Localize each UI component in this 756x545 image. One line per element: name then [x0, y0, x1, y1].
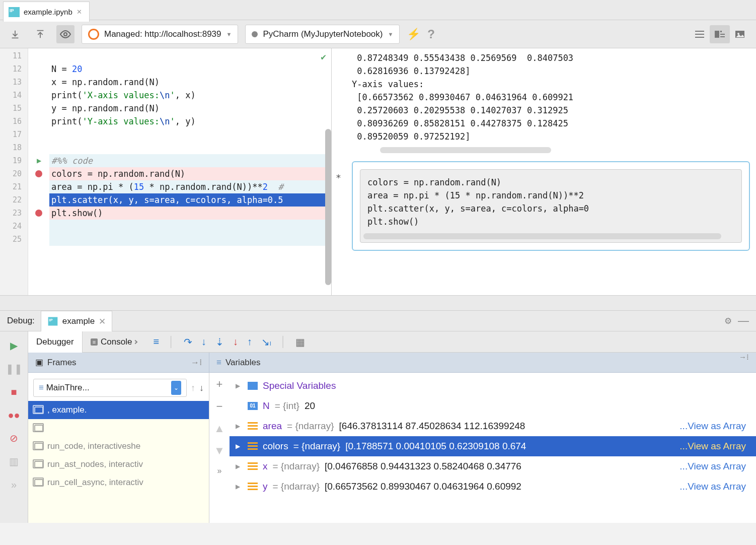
gear-icon[interactable]: ⚙: [724, 316, 732, 326]
pin-icon[interactable]: →⁞: [732, 353, 756, 372]
variable-row[interactable]: ▶area = {ndarray} [646.37813114 87.45028…: [230, 416, 756, 436]
help-button[interactable]: ?: [427, 27, 435, 41]
force-step-into-button[interactable]: ↓: [233, 336, 238, 348]
add-watch-button[interactable]: +: [216, 378, 223, 391]
frames-panel: ≡ MainThre... ⌄ ↑ ↓ , example.run_code, …: [28, 373, 209, 523]
step-over-button[interactable]: ↷: [184, 336, 192, 348]
debug-toolwindow-header: Debug: example ✕ ⚙ —: [0, 310, 756, 331]
output-panel: 0.87248349 0.55543438 0.2569569 0.840750…: [332, 48, 756, 295]
variables-header: ≡ Variables: [209, 353, 268, 372]
code-only-view-button[interactable]: [690, 25, 710, 43]
frame-item[interactable]: run_cell_async, interactiv: [28, 473, 209, 492]
svg-rect-1: [715, 31, 719, 38]
preview-only-view-button[interactable]: [730, 25, 750, 43]
split-view-button[interactable]: [710, 25, 730, 43]
debug-header-label: Debug:: [7, 316, 35, 326]
frame-item[interactable]: [28, 419, 209, 437]
stop-button[interactable]: ■: [7, 385, 21, 399]
inspection-ok-icon: ✔: [321, 51, 326, 62]
frame-item[interactable]: , example.: [28, 401, 209, 419]
debug-tabstrip: Debugger ≡Console ≡ │ ↷ ↓ ⇣ ↓ ↑ ↘I │ ▦: [28, 331, 756, 353]
cell-output-text: 0.87248349 0.55543438 0.2569569 0.840750…: [352, 51, 750, 143]
horizontal-scrollbar[interactable]: [380, 147, 551, 153]
mute-breakpoints-button[interactable]: ⊘: [7, 431, 21, 445]
server-label: Managed: http://localhost:8939: [104, 29, 221, 39]
variables-icon: ≡: [216, 358, 221, 368]
step-into-mycode-button[interactable]: ⇣: [215, 336, 224, 348]
next-frame-button[interactable]: ↓: [199, 383, 204, 393]
resume-button[interactable]: ▶: [7, 338, 21, 353]
preview-toggle-button[interactable]: [56, 25, 74, 43]
close-icon[interactable]: ✕: [77, 8, 82, 16]
variable-row[interactable]: ▶y = {ndarray} [0.66573562 0.89930467 0.…: [230, 476, 756, 497]
frame-list[interactable]: , example.run_code, interactivesherun_as…: [28, 401, 209, 523]
frames-header: ▣ Frames →⁞: [28, 353, 209, 372]
tab-console[interactable]: ≡Console: [83, 331, 145, 353]
cell-running-marker: *: [336, 172, 341, 183]
thread-selector[interactable]: ≡ MainThre... ⌄: [33, 379, 187, 397]
stepping-toolbar: ≡ │ ↷ ↓ ⇣ ↓ ↑ ↘I │ ▦: [153, 336, 305, 348]
kernel-selector[interactable]: PyCharm (MyJupyterNotebook) ▼: [245, 25, 400, 44]
watch-down-button[interactable]: ▼: [214, 444, 225, 457]
run-cell-above-button[interactable]: [31, 25, 49, 43]
frames-icon: ▣: [35, 357, 43, 368]
debug-panel: ▶ ❚❚ ■ ●● ⊘ ▥ » Debugger ≡Console ≡ │ ↷ …: [0, 331, 756, 523]
svg-point-6: [737, 33, 739, 35]
variable-row[interactable]: ▶Special Variables: [230, 376, 756, 396]
variable-list[interactable]: ▶Special Variables01N = {int} 20▶area = …: [230, 373, 756, 523]
variables-panel: + − ▲ ▼ » ▶Special Variables01N = {int} …: [209, 373, 756, 523]
chevron-down-icon: ▼: [388, 31, 393, 37]
layout-button[interactable]: ▥: [7, 454, 21, 468]
frame-item[interactable]: run_code, interactiveshe: [28, 437, 209, 455]
code-editor[interactable]: N = 20x = np.random.rand(N)print('X-axis…: [49, 48, 331, 295]
step-into-button[interactable]: ↓: [201, 336, 206, 348]
jupyter-icon: [88, 29, 99, 40]
variable-row[interactable]: ▶colors = {ndarray} [0.1788571 0.0041010…: [230, 436, 756, 456]
kernel-label: PyCharm (MyJupyterNotebook): [263, 29, 383, 39]
cell-source-preview: colors = np.random.rand(N)area = np.pi *…: [360, 169, 742, 243]
variables-gutter: + − ▲ ▼ »: [209, 373, 230, 523]
svg-point-0: [64, 33, 67, 36]
show-execution-point-button[interactable]: ≡: [153, 336, 159, 348]
prev-frame-button[interactable]: ↑: [191, 383, 195, 393]
pause-button[interactable]: ❚❚: [7, 362, 21, 376]
variable-row[interactable]: ▶x = {ndarray} [0.04676858 0.94431323 0.…: [230, 456, 756, 476]
trusted-icon[interactable]: ⚡: [407, 28, 420, 41]
file-tab[interactable]: example.ipynb ✕: [3, 2, 90, 22]
variable-row[interactable]: 01N = {int} 20: [230, 396, 756, 416]
chevron-down-icon: ▼: [226, 31, 232, 37]
run-to-cursor-button[interactable]: ↘I: [261, 336, 271, 348]
svg-rect-2: [720, 31, 722, 32]
kernel-status-icon: [252, 31, 258, 37]
frame-item[interactable]: run_ast_nodes, interactiv: [28, 455, 209, 473]
vertical-scrollbar[interactable]: [325, 129, 331, 285]
evaluate-expression-button[interactable]: ▦: [295, 336, 305, 348]
file-tab-label: example.ipynb: [24, 8, 72, 16]
more-button[interactable]: »: [217, 466, 222, 475]
remove-watch-button[interactable]: −: [216, 400, 223, 413]
debug-session-label: example: [62, 316, 95, 326]
tab-debugger[interactable]: Debugger: [28, 331, 83, 353]
active-cell-preview: colors = np.random.rand(N)area = np.pi *…: [352, 161, 750, 251]
debug-panel-headers: ▣ Frames →⁞ ≡ Variables →⁞: [28, 353, 756, 373]
notebook-toolbar: Managed: http://localhost:8939 ▼ PyCharm…: [0, 20, 756, 48]
close-icon[interactable]: ✕: [99, 316, 106, 327]
view-breakpoints-button[interactable]: ●●: [7, 408, 21, 422]
pin-icon[interactable]: →⁞: [191, 357, 202, 368]
debug-main: Debugger ≡Console ≡ │ ↷ ↓ ⇣ ↓ ↑ ↘I │ ▦ ▣…: [28, 331, 756, 523]
svg-rect-3: [720, 34, 725, 35]
minimize-button[interactable]: —: [738, 314, 749, 327]
watch-up-button[interactable]: ▲: [214, 422, 225, 435]
ipynb-icon: [9, 7, 20, 17]
more-button[interactable]: »: [7, 478, 21, 492]
chevron-updown-icon: ⌄: [171, 381, 181, 395]
jupyter-server-selector[interactable]: Managed: http://localhost:8939 ▼: [82, 25, 238, 44]
debug-session-tab[interactable]: example ✕: [41, 311, 112, 332]
breakpoint-gutter[interactable]: ▶: [28, 48, 49, 295]
view-mode-group: [690, 25, 750, 43]
run-cell-below-button[interactable]: [6, 25, 24, 43]
horizontal-scrollbar[interactable]: [363, 233, 721, 239]
ipynb-icon: [48, 317, 57, 326]
debug-side-toolbar: ▶ ❚❚ ■ ●● ⊘ ▥ »: [0, 331, 28, 523]
step-out-button[interactable]: ↑: [247, 336, 252, 348]
